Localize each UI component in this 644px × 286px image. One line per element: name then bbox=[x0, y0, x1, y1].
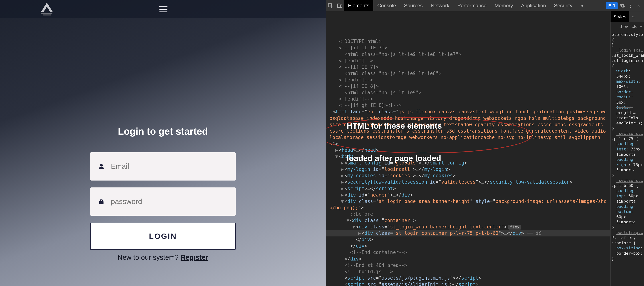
devtools: ElementsConsoleSourcesNetworkPerformance… bbox=[326, 0, 644, 286]
add-rule[interactable]: + bbox=[640, 24, 642, 29]
tab-network[interactable]: Network bbox=[427, 0, 454, 11]
dom-line[interactable]: <!--[if IE 8]> bbox=[326, 83, 610, 89]
dom-line[interactable]: <!--End container--> bbox=[326, 249, 610, 255]
lock-icon bbox=[98, 198, 104, 205]
dom-line[interactable]: <![endif]--> bbox=[326, 96, 610, 102]
svg-rect-0 bbox=[41, 13, 52, 14]
dom-line[interactable]: ▼<div class="container"> bbox=[326, 217, 610, 224]
dom-line[interactable]: </div> bbox=[326, 243, 610, 249]
dom-line[interactable]: ▼<div class="st_login_page_area banner-h… bbox=[326, 198, 610, 211]
tab-application[interactable]: Application bbox=[517, 0, 550, 11]
more-icon[interactable]: ⋮ bbox=[627, 2, 634, 9]
dom-line[interactable]: </div> bbox=[326, 236, 610, 243]
header-bar bbox=[0, 0, 326, 18]
dom-line[interactable]: ::before bbox=[326, 211, 610, 217]
dom-line[interactable]: </div> bbox=[326, 256, 610, 262]
tabs-overflow[interactable]: » bbox=[576, 0, 587, 11]
login-title: Login to get started bbox=[90, 126, 236, 137]
dom-line[interactable]: ▶<my-cookies id="cookies">…</my-cookies> bbox=[326, 172, 610, 179]
dom-line[interactable]: <!--[if lt IE 7]> bbox=[326, 45, 610, 51]
dom-line[interactable]: ▶<head>…</head> bbox=[326, 147, 610, 153]
tab-sources[interactable]: Sources bbox=[400, 0, 427, 11]
styles-rules[interactable]: element.style {}_login.scs….st_login_wra… bbox=[610, 31, 644, 286]
tab-elements[interactable]: Elements bbox=[344, 0, 373, 11]
user-icon bbox=[98, 163, 104, 170]
styles-pane: Styles » :hov .cls + element.style {}_lo… bbox=[610, 11, 644, 286]
dom-tree[interactable]: HTML for these elements loaded after pag… bbox=[326, 11, 610, 286]
dom-line[interactable]: ▶<my-login id="logincall">…</my-login> bbox=[326, 166, 610, 172]
dom-line[interactable]: <![endif]--> bbox=[326, 77, 610, 83]
dom-line[interactable]: <html class="no-js lt-ie9 lt-ie8 lt-ie7"… bbox=[326, 51, 610, 58]
login-container: Login to get started LOGIN New to our sy… bbox=[90, 126, 236, 261]
tab-performance[interactable]: Performance bbox=[454, 0, 490, 11]
register-prompt: New to our system? bbox=[118, 253, 180, 261]
styles-filter-bar: :hov .cls + bbox=[610, 22, 644, 31]
dom-line[interactable]: <![endif]--> bbox=[326, 58, 610, 64]
hov-toggle[interactable]: :hov bbox=[620, 24, 628, 29]
styles-tab[interactable]: Styles bbox=[610, 11, 629, 22]
settings-icon[interactable] bbox=[619, 2, 626, 9]
styles-overflow[interactable]: » bbox=[629, 11, 638, 22]
email-input-group bbox=[90, 152, 236, 180]
dom-line[interactable]: ▼<body … > bbox=[326, 153, 610, 160]
svg-rect-3 bbox=[338, 4, 340, 8]
tab-console[interactable]: Console bbox=[373, 0, 400, 11]
dom-line[interactable]: <!DOCTYPE html> bbox=[326, 38, 610, 45]
devtools-tabs: ElementsConsoleSourcesNetworkPerformance… bbox=[326, 0, 644, 11]
tab-security[interactable]: Security bbox=[550, 0, 576, 11]
tab-memory[interactable]: Memory bbox=[490, 0, 517, 11]
device-icon[interactable] bbox=[335, 3, 344, 8]
svg-rect-4 bbox=[340, 5, 342, 8]
dom-line[interactable]: <html class="no-js lt-ie9"> bbox=[326, 89, 610, 96]
dom-line[interactable]: <!--[if gt IE 8]><!--> bbox=[326, 102, 610, 109]
dom-line[interactable]: ▼<div class="st_login_wrap banner-height… bbox=[326, 224, 610, 230]
dom-line[interactable]: <html lang="en" class="js js flexbox can… bbox=[326, 109, 610, 147]
register-row: New to our system? Register bbox=[90, 253, 236, 261]
dom-line[interactable]: <!--[if IE 7]> bbox=[326, 64, 610, 70]
dom-line[interactable]: <!-- build:js --> bbox=[326, 268, 610, 275]
login-button[interactable]: LOGIN bbox=[90, 223, 236, 250]
hamburger-icon[interactable] bbox=[159, 6, 168, 13]
dom-line[interactable]: ▶<div class="st_login_container p-l-r-75… bbox=[326, 230, 610, 236]
register-link[interactable]: Register bbox=[180, 253, 208, 261]
dom-line[interactable]: <script src="assets/js/sliderInit.js"></… bbox=[326, 281, 610, 286]
password-input[interactable] bbox=[111, 197, 228, 206]
close-icon[interactable]: ✕ bbox=[635, 2, 642, 9]
message-badge[interactable]: 1 bbox=[606, 2, 618, 9]
dom-line[interactable]: ▶<smart-config id="globals">…</smart-con… bbox=[326, 160, 610, 166]
password-input-group bbox=[90, 187, 236, 216]
email-input[interactable] bbox=[111, 162, 228, 170]
dom-line[interactable]: <!--End st_404_area--> bbox=[326, 262, 610, 268]
dom-line[interactable]: <html class="no-js lt-ie9 lt-ie8"> bbox=[326, 70, 610, 77]
dom-line[interactable]: ▶<div id="header">…</div> bbox=[326, 192, 610, 198]
cls-toggle[interactable]: .cls bbox=[630, 24, 637, 29]
logo bbox=[38, 2, 56, 17]
dom-line[interactable]: <script src="assets/js/plugins.min.js"><… bbox=[326, 275, 610, 281]
inspect-icon[interactable] bbox=[326, 3, 335, 8]
dom-line[interactable]: ▶<script>…</script> bbox=[326, 185, 610, 192]
login-page: Login to get started LOGIN New to our sy… bbox=[0, 0, 326, 286]
svg-rect-1 bbox=[43, 15, 51, 16]
dom-line[interactable]: ▶<securityflow-validatesession id="valid… bbox=[326, 179, 610, 185]
